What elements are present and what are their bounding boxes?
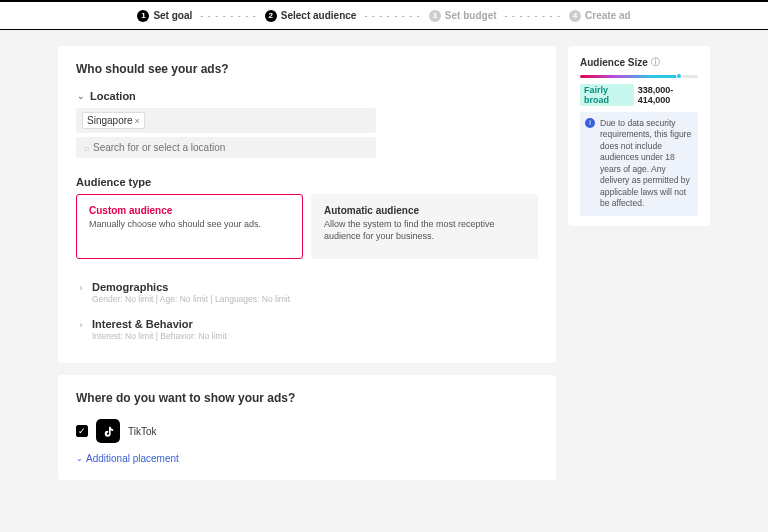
placement-title: Where do you want to show your ads?: [76, 391, 538, 405]
info-icon[interactable]: ⓘ: [651, 56, 660, 69]
chip-label: Singapore: [87, 115, 133, 126]
audience-size-badge: Fairly broad: [580, 84, 634, 106]
info-icon: i: [585, 118, 595, 128]
audience-size-notice: i Due to data security requirements, thi…: [580, 112, 698, 216]
interest-behavior-accordion[interactable]: › Interest & Behavior Interest: No limit…: [76, 310, 538, 347]
close-icon[interactable]: ×: [135, 116, 140, 126]
audience-size-bar: [580, 75, 698, 78]
demographics-accordion[interactable]: › Demographics Gender: No limit | Age: N…: [76, 273, 538, 310]
automatic-audience-title: Automatic audience: [324, 205, 525, 216]
audience-size-range: 338,000-414,000: [638, 85, 698, 105]
additional-placement-link[interactable]: ⌄ Additional placement: [76, 453, 179, 464]
automatic-audience-card[interactable]: Automatic audience Allow the system to f…: [311, 194, 538, 259]
audience-size-thumb: [676, 73, 682, 79]
demographics-sub: Gender: No limit | Age: No limit | Langu…: [92, 294, 290, 304]
location-search[interactable]: ⌕: [76, 137, 376, 158]
step-separator: - - - - - - - -: [200, 11, 256, 21]
notice-text: Due to data security requirements, this …: [600, 118, 691, 208]
audience-type-label: Audience type: [76, 176, 538, 188]
custom-audience-desc: Manually choose who should see your ads.: [89, 219, 290, 231]
wizard-steps-bar: 1 Set goal - - - - - - - - 2 Select audi…: [0, 0, 768, 30]
location-chip-row: Singapore ×: [76, 108, 376, 133]
step-number-1: 1: [137, 10, 149, 22]
location-search-input[interactable]: [93, 142, 368, 153]
audience-size-panel: Audience Size ⓘ Fairly broad 338,000-414…: [568, 46, 710, 226]
step-number-3: 3: [429, 10, 441, 22]
tiktok-logo-icon: [96, 419, 120, 443]
location-label: Location: [90, 90, 136, 102]
step-label: Create ad: [585, 10, 631, 21]
step-separator: - - - - - - - -: [364, 11, 420, 21]
chevron-down-icon: ⌄: [76, 91, 86, 101]
chevron-right-icon: ›: [76, 320, 86, 330]
step-label: Set goal: [153, 10, 192, 21]
audience-size-title: Audience Size: [580, 57, 648, 68]
checkbox-checked-icon[interactable]: ✓: [76, 425, 88, 437]
placement-tiktok-row[interactable]: ✓ TikTok: [76, 419, 538, 443]
step-set-goal[interactable]: 1 Set goal: [137, 10, 192, 22]
custom-audience-card[interactable]: Custom audience Manually choose who shou…: [76, 194, 303, 259]
interest-head: Interest & Behavior: [92, 318, 227, 330]
chevron-down-icon: ⌄: [76, 454, 83, 463]
step-select-audience[interactable]: 2 Select audience: [265, 10, 357, 22]
step-set-budget[interactable]: 3 Set budget: [429, 10, 497, 22]
step-label: Select audience: [281, 10, 357, 21]
location-section-header[interactable]: ⌄ Location: [76, 90, 538, 102]
step-label: Set budget: [445, 10, 497, 21]
audience-card: Who should see your ads? ⌄ Location Sing…: [58, 46, 556, 363]
step-number-2: 2: [265, 10, 277, 22]
additional-placement-label: Additional placement: [86, 453, 179, 464]
automatic-audience-desc: Allow the system to find the most recept…: [324, 219, 525, 242]
search-icon: ⌕: [84, 143, 89, 153]
placement-card: Where do you want to show your ads? ✓ Ti…: [58, 375, 556, 480]
demographics-head: Demographics: [92, 281, 290, 293]
location-chip-singapore[interactable]: Singapore ×: [82, 112, 145, 129]
step-separator: - - - - - - - -: [505, 11, 561, 21]
audience-title: Who should see your ads?: [76, 62, 538, 76]
step-create-ad[interactable]: 4 Create ad: [569, 10, 631, 22]
step-number-4: 4: [569, 10, 581, 22]
chevron-right-icon: ›: [76, 283, 86, 293]
custom-audience-title: Custom audience: [89, 205, 290, 216]
placement-tiktok-label: TikTok: [128, 426, 157, 437]
interest-sub: Interest: No limit | Behavior: No limit: [92, 331, 227, 341]
